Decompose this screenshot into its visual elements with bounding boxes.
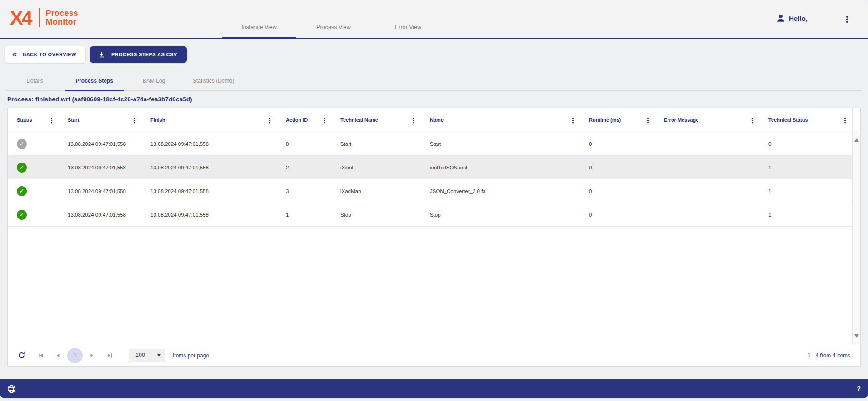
tab-process-steps-label: Process Steps <box>75 78 113 84</box>
logo-divider <box>39 8 40 27</box>
x4-logo: X4 <box>10 7 31 29</box>
first-page-icon <box>38 353 44 358</box>
table-row[interactable]: ✓ 13.08.2024 09:47:01,558 13.08.2024 09:… <box>8 132 852 156</box>
download-icon <box>98 51 105 58</box>
column-menu-icon[interactable] <box>844 117 846 124</box>
cell-action-id: 1 <box>277 212 331 218</box>
last-page-button[interactable] <box>101 353 118 358</box>
double-chevron-left-icon: « <box>12 52 17 56</box>
tab-details[interactable]: Details <box>5 73 65 91</box>
vertical-scrollbar[interactable] <box>852 132 860 344</box>
page-size-select[interactable]: 100 <box>129 349 165 362</box>
cell-name: xmlToJSON.xml <box>421 165 580 170</box>
column-header-action-id[interactable]: Action ID <box>277 108 331 132</box>
grid-pager: 1 100 Items per page 1 - 4 from 4 Items <box>8 344 860 366</box>
globe-icon <box>7 385 16 393</box>
cell-runtime: 0 <box>580 165 655 170</box>
scroll-down-icon[interactable] <box>854 334 859 338</box>
column-label-status: Status <box>17 117 32 123</box>
cell-start: 13.08.2024 09:47:01,558 <box>59 188 141 194</box>
first-page-button[interactable] <box>32 353 49 358</box>
column-label-technical-name: Technical Name <box>340 117 378 123</box>
column-label-error-message: Error Message <box>664 117 698 123</box>
column-header-error-message[interactable]: Error Message <box>655 108 759 132</box>
tab-error-view-label: Error View <box>395 24 421 30</box>
table-row[interactable]: ✓ 13.08.2024 09:47:01,558 13.08.2024 09:… <box>8 156 852 179</box>
column-menu-icon[interactable] <box>572 117 574 124</box>
app-footer: ? <box>0 379 868 398</box>
tab-bam-log-label: BAM Log <box>143 78 165 84</box>
column-menu-icon[interactable] <box>647 117 649 124</box>
cell-name: Start <box>421 141 580 147</box>
header-scrollbar-spacer <box>852 108 860 132</box>
cell-technical-name: iXadMan <box>331 188 421 194</box>
app-header: X4 Process Monitor Instance View Process… <box>0 0 868 39</box>
table-row[interactable]: ✓ 13.08.2024 09:47:01,558 13.08.2024 09:… <box>8 203 852 227</box>
tab-statistics-demo[interactable]: Statistics (Demo) <box>184 73 243 91</box>
main-nav-tabs: Instance View Process View Error View <box>222 0 445 39</box>
cell-start: 13.08.2024 09:47:01,558 <box>59 141 141 147</box>
product-line2: Monitor <box>46 18 78 26</box>
cell-technical-name: Stop <box>331 212 421 218</box>
cell-action-id: 2 <box>277 165 331 170</box>
column-menu-icon[interactable] <box>413 117 415 124</box>
status-check-icon: ✓ <box>17 210 27 220</box>
column-label-runtime: Runtime (ms) <box>589 117 621 123</box>
language-button[interactable] <box>7 385 16 393</box>
column-menu-icon[interactable] <box>269 117 271 124</box>
refresh-button[interactable] <box>18 351 25 359</box>
help-button[interactable]: ? <box>857 385 861 392</box>
page-size-value: 100 <box>135 352 145 358</box>
tab-process-steps[interactable]: Process Steps <box>65 73 124 91</box>
cell-runtime: 0 <box>580 212 655 218</box>
tab-process-view[interactable]: Process View <box>296 0 371 39</box>
tab-details-label: Details <box>26 78 43 84</box>
header-menu-button[interactable] <box>846 15 848 25</box>
next-page-button[interactable] <box>84 353 101 358</box>
previous-page-button[interactable] <box>49 353 66 358</box>
table-row[interactable]: ✓ 13.08.2024 09:47:01,558 13.08.2024 09:… <box>8 179 852 203</box>
next-page-icon <box>90 353 95 358</box>
column-header-runtime[interactable]: Runtime (ms) <box>580 108 655 132</box>
column-header-technical-status[interactable]: Technical Status <box>759 108 852 132</box>
back-to-overview-button[interactable]: « BACK TO OVERVIEW <box>5 46 85 63</box>
product-line1: Process <box>46 9 78 18</box>
csv-button-label: PROCESS STEPS AS CSV <box>111 52 177 57</box>
cell-finish: 13.08.2024 09:47:01,558 <box>141 188 277 194</box>
scroll-up-icon[interactable] <box>854 138 859 142</box>
tab-bam-log[interactable]: BAM Log <box>124 73 184 91</box>
column-label-action-id: Action ID <box>286 117 308 123</box>
column-menu-icon[interactable] <box>752 117 753 124</box>
items-range-label: 1 - 4 from 4 Items <box>808 352 850 359</box>
kebab-icon <box>846 15 848 24</box>
column-menu-icon[interactable] <box>51 117 53 124</box>
cell-runtime: 0 <box>580 141 655 147</box>
last-page-icon <box>107 353 113 358</box>
column-header-name[interactable]: Name <box>421 108 580 132</box>
process-steps-csv-button[interactable]: PROCESS STEPS AS CSV <box>90 46 187 63</box>
previous-page-icon <box>55 353 60 358</box>
cell-technical-status: 0 <box>759 141 852 147</box>
tab-instance-view[interactable]: Instance View <box>222 0 296 39</box>
cell-action-id: 0 <box>277 141 331 147</box>
grid-body: ✓ 13.08.2024 09:47:01,558 13.08.2024 09:… <box>8 132 860 344</box>
chevron-down-icon <box>157 354 161 356</box>
cell-technical-name: Start <box>331 141 421 147</box>
cell-finish: 13.08.2024 09:47:01,558 <box>141 165 277 170</box>
column-header-status[interactable]: Status <box>8 108 59 132</box>
user-icon <box>776 14 785 23</box>
column-label-technical-status: Technical Status <box>768 117 808 123</box>
greeting-text: Hello, <box>789 15 808 22</box>
column-menu-icon[interactable] <box>324 117 325 124</box>
column-header-finish[interactable]: Finish <box>141 108 277 132</box>
cell-name: JSON_Converter_2.0.fa <box>421 188 580 194</box>
column-menu-icon[interactable] <box>134 117 135 124</box>
app-logo: X4 Process Monitor <box>10 7 78 29</box>
tab-error-view[interactable]: Error View <box>371 0 445 39</box>
process-steps-grid: Status Start Finish Action ID Technical … <box>7 108 861 367</box>
user-menu[interactable]: Hello, <box>776 14 808 23</box>
column-header-technical-name[interactable]: Technical Name <box>331 108 421 132</box>
column-header-start[interactable]: Start <box>59 108 141 132</box>
detail-tabs: Details Process Steps BAM Log Statistics… <box>5 73 243 91</box>
page-number-button[interactable]: 1 <box>67 348 83 363</box>
